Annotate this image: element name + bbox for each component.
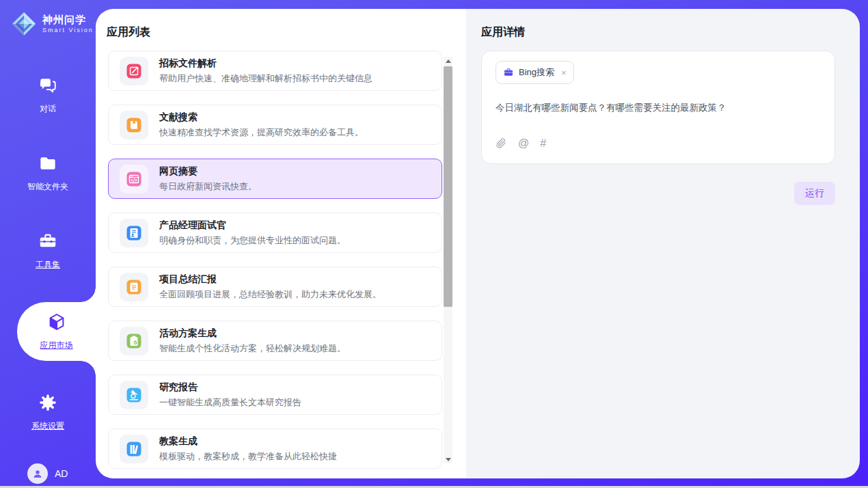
app-card-title: 项目总结汇报 (159, 273, 381, 286)
user-initials: AD (55, 468, 68, 479)
query-text[interactable]: 今日湖北有哪些新闻要点？有哪些需要关注的最新政策？ (496, 102, 821, 114)
sidebar-nav-item[interactable]: 工具集 (0, 224, 96, 277)
app-card-title: 活动方案生成 (159, 327, 346, 340)
tool-chip-label: Bing搜索 (519, 66, 554, 79)
clipboard-check-icon (120, 327, 148, 355)
scrollbar-thumb[interactable] (444, 66, 452, 307)
app-card-title: 招标文件解析 (159, 57, 372, 70)
book-icon (120, 111, 148, 139)
app-list-scrollbar[interactable] (444, 57, 452, 463)
microscope-icon (120, 381, 148, 409)
sidebar: 神州问学 Smart Vision 对话 智能文件夹 工具集 应用市场 系统设置 (0, 0, 96, 478)
doc-person-icon (120, 219, 148, 247)
run-button[interactable]: 运行 (794, 182, 835, 205)
paperclip-icon[interactable] (496, 137, 507, 149)
app-card-title: 研究报告 (159, 381, 301, 394)
app-list: 招标文件解析 帮助用户快速、准确地理解和解析招标书中的关键信息 文献搜索 快速精… (108, 51, 442, 469)
user-account[interactable]: AD (27, 463, 96, 484)
nav-item-label: 系统设置 (31, 420, 64, 432)
app-card-description: 每日政府新闻资讯快查。 (159, 180, 257, 193)
input-toolbar: @ # (496, 137, 821, 149)
app-detail-panel: 应用详情 Bing搜索 × 今日湖北有哪些新闻要点？有哪些需要关注的最新政策？ … (466, 9, 860, 478)
person-icon (31, 467, 44, 480)
app-card-description: 帮助用户快速、准确地理解和解析招标书中的关键信息 (159, 72, 372, 85)
brand-logo: 神州问学 Smart Vision (11, 11, 96, 37)
app-card[interactable]: 产品经理面试官 明确身份和职责，为您提供专业性的面试问题。 (108, 213, 442, 253)
webpage-icon (120, 165, 148, 193)
sidebar-nav-item[interactable]: 对话 (0, 68, 96, 122)
notepad-icon (120, 273, 148, 301)
toolbox-icon (38, 231, 58, 254)
edit-doc-icon (120, 57, 148, 85)
triangle-down-icon (446, 458, 451, 461)
triangle-up-icon (446, 59, 451, 63)
app-card[interactable]: 文献搜索 快速精准查找学术资源，提高研究效率的必备工具。 (108, 105, 442, 145)
app-list-title: 应用列表 (107, 25, 466, 40)
main-content: 应用列表 招标文件解析 帮助用户快速、准确地理解和解析招标书中的关键信息 文献搜… (96, 9, 860, 478)
cube-icon (46, 312, 67, 335)
app-card-title: 网页摘要 (159, 165, 257, 178)
at-icon[interactable]: @ (518, 138, 529, 149)
app-card-description: 快速精准查找学术资源，提高研究效率的必备工具。 (159, 126, 364, 139)
sidebar-nav-item[interactable]: 智能文件夹 (0, 146, 96, 200)
app-card[interactable]: 招标文件解析 帮助用户快速、准确地理解和解析招标书中的关键信息 (108, 51, 442, 91)
nav-item-label: 应用市场 (40, 340, 73, 351)
brand-tagline: Smart Vision (42, 27, 94, 33)
chip-close-icon[interactable]: × (561, 68, 567, 77)
app-card-title: 文献搜索 (159, 111, 364, 124)
app-card[interactable]: 教案生成 模板驱动，教案秒成，教学准备从此轻松快捷 (108, 429, 442, 469)
app-card-description: 智能生成个性化活动方案，轻松解决规划难题。 (159, 342, 346, 355)
scroll-up-button[interactable] (444, 57, 452, 65)
app-card-description: 全面回顾项目进展，总结经验教训，助力未来优化发展。 (159, 288, 381, 301)
nav-item-label: 工具集 (36, 259, 60, 271)
nav-item-label: 对话 (40, 103, 56, 115)
app-card[interactable]: 活动方案生成 智能生成个性化活动方案，轻松解决规划难题。 (108, 321, 442, 361)
app-card[interactable]: 研究报告 一键智能生成高质量长文本研究报告 (108, 375, 442, 415)
gear-icon (38, 392, 58, 416)
diamond-logo-icon (11, 11, 37, 37)
app-card-title: 教案生成 (159, 435, 337, 448)
brand-name: 神州问学 (42, 14, 94, 26)
sidebar-nav: 对话 智能文件夹 工具集 应用市场 系统设置 (0, 68, 96, 463)
app-card-description: 模板驱动，教案秒成，教学准备从此轻松快捷 (159, 450, 337, 463)
app-card-description: 一键智能生成高质量长文本研究报告 (159, 396, 301, 409)
prompt-card: Bing搜索 × 今日湖北有哪些新闻要点？有哪些需要关注的最新政策？ @ # (481, 51, 835, 164)
app-card-title: 产品经理面试官 (159, 219, 346, 232)
tool-chip-bing-search[interactable]: Bing搜索 × (496, 61, 574, 84)
app-detail-title: 应用详情 (481, 25, 835, 40)
avatar (27, 463, 48, 484)
sidebar-nav-item[interactable]: 系统设置 (0, 385, 96, 439)
app-card[interactable]: 项目总结汇报 全面回顾项目进展，总结经验教训，助力未来优化发展。 (108, 267, 442, 307)
folder-icon (38, 153, 58, 176)
app-card[interactable]: 网页摘要 每日政府新闻资讯快查。 (108, 159, 442, 199)
scroll-down-button[interactable] (444, 455, 452, 463)
chat-icon (38, 75, 58, 98)
app-list-panel: 应用列表 招标文件解析 帮助用户快速、准确地理解和解析招标书中的关键信息 文献搜… (96, 9, 466, 478)
app-card-description: 明确身份和职责，为您提供专业性的面试问题。 (159, 234, 346, 247)
books-icon (120, 435, 148, 463)
briefcase-icon (503, 67, 514, 78)
nav-item-label: 智能文件夹 (27, 181, 68, 193)
sidebar-nav-item[interactable]: 应用市场 (17, 302, 96, 361)
hash-icon[interactable]: # (540, 138, 546, 149)
